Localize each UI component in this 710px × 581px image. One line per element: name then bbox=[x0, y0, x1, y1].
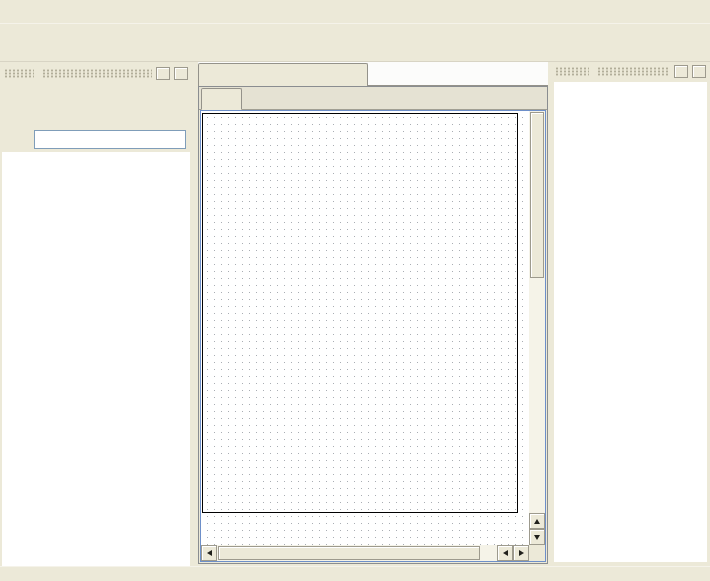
clear-filter-icon[interactable] bbox=[6, 131, 24, 147]
project-icon bbox=[273, 69, 287, 82]
up-arrow-icon bbox=[534, 519, 540, 524]
left-arrow-icon bbox=[207, 550, 212, 556]
tab-schema-sans-titre[interactable] bbox=[201, 88, 242, 110]
status-bar bbox=[0, 566, 710, 581]
main-toolbar bbox=[0, 24, 710, 62]
undo-panel-titlebar[interactable] bbox=[553, 62, 708, 80]
scroll-left-button-2[interactable] bbox=[497, 545, 513, 561]
dock-handle[interactable] bbox=[597, 67, 670, 76]
schema-icon bbox=[212, 93, 225, 106]
dock-close-button[interactable] bbox=[692, 65, 706, 78]
dock-float-button[interactable] bbox=[156, 67, 170, 80]
dock-handle[interactable] bbox=[42, 69, 152, 78]
project-window bbox=[198, 86, 548, 564]
elements-panel-dock bbox=[2, 64, 190, 566]
elements-tree bbox=[2, 152, 190, 566]
close-icon bbox=[695, 67, 704, 76]
dock-handle[interactable] bbox=[555, 67, 589, 76]
hscroll-thumb[interactable] bbox=[218, 546, 480, 560]
horizontal-scrollbar[interactable] bbox=[201, 545, 529, 561]
project-tabbar bbox=[198, 62, 548, 86]
vscroll-thumb[interactable] bbox=[530, 112, 544, 278]
undo-history-list[interactable] bbox=[554, 82, 707, 562]
schema-canvas[interactable] bbox=[201, 111, 529, 545]
down-arrow-icon bbox=[534, 535, 540, 540]
scroll-left-button[interactable] bbox=[201, 545, 217, 561]
scroll-down-button[interactable] bbox=[529, 529, 545, 545]
filter-row bbox=[2, 126, 190, 152]
dock-handle[interactable] bbox=[4, 69, 34, 78]
scrollbar-corner bbox=[529, 545, 545, 561]
scroll-right-button[interactable] bbox=[513, 545, 529, 561]
workspace-area bbox=[194, 62, 552, 566]
schema-tabbar bbox=[199, 87, 547, 110]
tab-projet-sans-titre[interactable] bbox=[198, 63, 368, 86]
elements-panel-titlebar[interactable] bbox=[2, 64, 190, 82]
dock-close-button[interactable] bbox=[174, 67, 188, 80]
scroll-up-button[interactable] bbox=[529, 513, 545, 529]
diagram-frame bbox=[202, 113, 518, 513]
undo-panel-dock bbox=[553, 62, 708, 566]
right-arrow-icon bbox=[519, 550, 524, 556]
float-icon bbox=[677, 67, 686, 76]
elements-panel-toolbar bbox=[2, 82, 190, 126]
diagram-view bbox=[200, 110, 546, 562]
dock-float-button[interactable] bbox=[674, 65, 688, 78]
close-icon bbox=[177, 69, 186, 78]
float-icon bbox=[159, 69, 168, 78]
vertical-scrollbar[interactable] bbox=[529, 111, 545, 545]
menubar bbox=[0, 0, 710, 24]
filter-input[interactable] bbox=[34, 130, 186, 149]
left-arrow-icon bbox=[503, 550, 508, 556]
